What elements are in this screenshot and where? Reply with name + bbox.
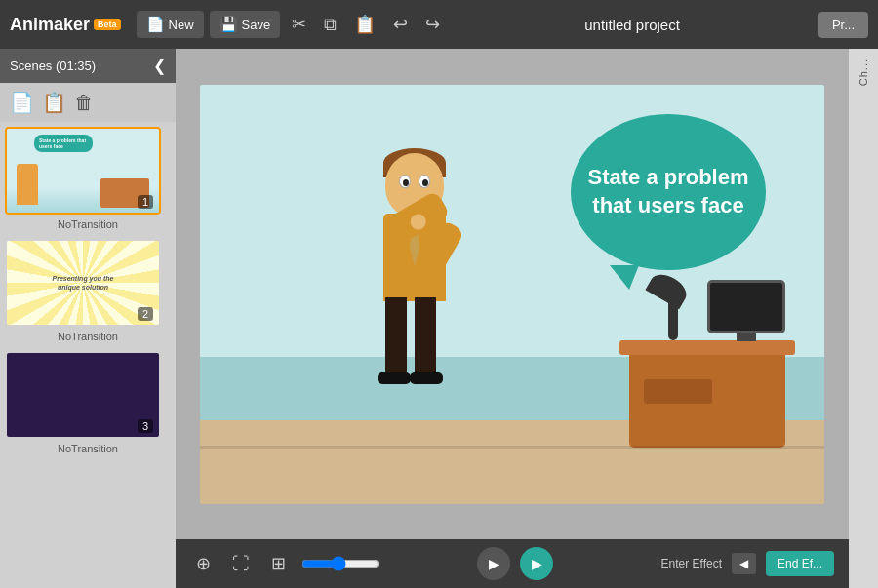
duplicate-scene-button[interactable]: 📋	[42, 91, 66, 114]
scene-thumb-1[interactable]: State a problem that users face 1	[5, 127, 161, 215]
char-pupil-left	[403, 179, 409, 186]
scene1-transition[interactable]: NoTransition	[5, 215, 171, 234]
lamp	[668, 292, 678, 340]
char-leg-left	[385, 297, 407, 375]
scene2-transition[interactable]: NoTransition	[5, 327, 171, 346]
scene2-text: Presenting you the unique solution	[45, 274, 121, 292]
new-button[interactable]: 📄 New	[137, 11, 204, 38]
undo-button[interactable]: ↩	[387, 10, 414, 39]
canvas-wrapper: State a problem that users face	[176, 49, 849, 539]
char-eye-right	[419, 175, 430, 188]
char-hand-left	[408, 211, 429, 232]
lamp-head	[645, 268, 691, 309]
app-name: Animaker	[10, 15, 90, 35]
add-scene-button[interactable]: 📄	[10, 91, 34, 114]
canvas[interactable]: State a problem that users face	[200, 85, 824, 504]
floor	[200, 446, 824, 449]
scenes-list: State a problem that users face 1 NoTran…	[0, 122, 176, 588]
desk-body	[629, 355, 785, 448]
canvas-area: State a problem that users face	[176, 49, 849, 588]
fullscreen-button[interactable]: ⛶	[226, 550, 256, 578]
character[interactable]	[356, 153, 473, 446]
char-eye-left	[399, 175, 411, 188]
char-shoe-left	[378, 372, 411, 384]
save-button[interactable]: 💾 Save	[210, 11, 281, 38]
preview-button[interactable]: Pr...	[818, 12, 868, 38]
collapse-sidebar-button[interactable]: ❮	[153, 57, 166, 75]
speech-bubble-text: State a problem that users face	[571, 149, 766, 234]
play-button[interactable]: ▶	[477, 547, 510, 580]
monitor	[707, 280, 785, 338]
logo: Animaker Beta	[10, 15, 121, 35]
monitor-stand	[737, 333, 756, 341]
scene-toolbar: 📄 📋 🗑	[0, 83, 176, 122]
beta-badge: Beta	[94, 19, 121, 30]
scene-number-2: 2	[138, 307, 153, 321]
new-icon: 📄	[146, 16, 165, 33]
scene-thumb-2[interactable]: Presenting you the unique solution 2	[5, 239, 161, 327]
char-pupil-right	[422, 179, 428, 186]
zoom-slider[interactable]	[301, 556, 379, 571]
top-toolbar: Animaker Beta 📄 New 💾 Save ✂ ⧉ 📋 ↩ ↪ unt…	[0, 0, 878, 49]
scene1-speech-bubble: State a problem that users face	[34, 135, 93, 152]
bottom-bar: ⊕ ⛶ ⊞ ▶ ▶ Enter Effect ◀ End Ef...	[176, 539, 849, 588]
right-panel: Ch...	[849, 49, 878, 588]
scene-item-2: Presenting you the unique solution 2 NoT…	[5, 239, 171, 346]
grid-button[interactable]: ⊞	[265, 549, 292, 578]
monitor-screen	[707, 280, 785, 333]
fit-screen-button[interactable]: ⊕	[190, 549, 217, 578]
desk-drawer	[644, 379, 712, 404]
save-icon: 💾	[220, 16, 238, 33]
char-leg-right	[415, 297, 436, 375]
end-effect-button[interactable]: End Ef...	[766, 551, 834, 576]
desk-top	[619, 340, 795, 355]
scene-number-1: 1	[138, 195, 153, 209]
play-preview-button[interactable]: ▶	[520, 547, 553, 580]
speech-bubble[interactable]: State a problem that users face	[571, 114, 766, 270]
redo-button[interactable]: ↪	[419, 10, 446, 39]
right-panel-label: Ch...	[858, 59, 869, 86]
paste-button[interactable]: 📋	[348, 10, 381, 39]
scene-item-3: 3 NoTransition	[5, 351, 171, 458]
scene3-transition[interactable]: NoTransition	[5, 439, 171, 458]
desk	[619, 340, 795, 448]
scene-item-1: State a problem that users face 1 NoTran…	[5, 127, 171, 234]
sidebar-header: Scenes (01:35) ❮	[0, 49, 176, 83]
project-title: untitled project	[452, 17, 813, 33]
cut-button[interactable]: ✂	[286, 10, 312, 39]
char-shoe-right	[410, 372, 443, 384]
scene-number-3: 3	[138, 419, 153, 433]
main-area: Scenes (01:35) ❮ 📄 📋 🗑 State a problem t…	[0, 49, 878, 588]
enter-effect-label: Enter Effect	[661, 557, 722, 570]
zoom-slider-wrapper	[301, 556, 379, 571]
scene-thumb-3[interactable]: 3	[5, 351, 161, 439]
enter-effect-button[interactable]: ◀	[732, 553, 756, 574]
sidebar: Scenes (01:35) ❮ 📄 📋 🗑 State a problem t…	[0, 49, 176, 588]
delete-scene-button[interactable]: 🗑	[74, 91, 94, 114]
scenes-label: Scenes (01:35)	[10, 59, 96, 73]
copy-button[interactable]: ⧉	[318, 11, 342, 39]
